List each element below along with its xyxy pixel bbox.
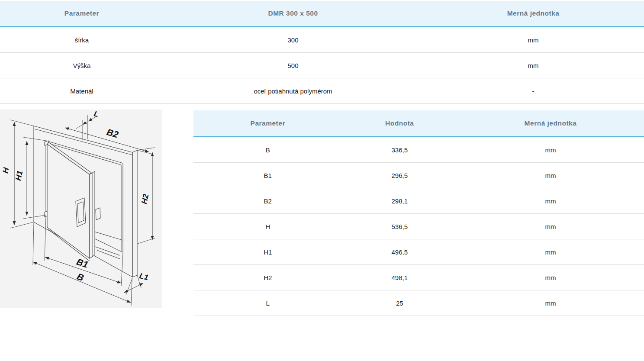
cell-unit: mm <box>457 188 644 213</box>
cell-unit: mm <box>422 53 644 78</box>
door-latch-shape <box>96 208 100 220</box>
dim-label-B1: B1 <box>75 257 90 270</box>
table-row: šírka 300 mm <box>0 27 644 53</box>
table-row: H2 498,1 mm <box>193 265 644 290</box>
cell-parameter: B <box>193 137 342 162</box>
cell-value: 500 <box>164 53 422 78</box>
cell-unit: mm <box>457 265 644 290</box>
table-row: B1 296,5 mm <box>193 163 644 188</box>
cell-parameter: B1 <box>193 163 342 188</box>
spec-header-model: DMR 300 x 500 <box>164 1 422 26</box>
dimensions-table: Parameter Hodnota Merná jednotka B 336,5… <box>193 110 644 316</box>
dims-header-value: Hodnota <box>342 110 457 136</box>
dim-label-H2: H2 <box>140 193 150 205</box>
cell-parameter: Materiál <box>0 78 164 103</box>
spec-header-unit: Merná jednotka <box>422 1 644 26</box>
product-spec-table: Parameter DMR 300 x 500 Merná jednotka š… <box>0 1 644 104</box>
cell-unit: mm <box>457 214 644 239</box>
dimension-diagram: H H1 B2 L H2 B1 B L1 <box>0 110 162 308</box>
access-door-isometric-drawing: H H1 B2 L H2 B1 B L1 <box>0 110 162 308</box>
cell-unit: - <box>422 78 644 103</box>
cell-unit: mm <box>457 163 644 188</box>
dim-label-H: H <box>1 166 10 174</box>
cell-value: 298,1 <box>342 188 457 213</box>
dim-label-L1: L1 <box>138 271 149 282</box>
cell-value: 336,5 <box>342 137 457 162</box>
table-row: B 336,5 mm <box>193 137 644 163</box>
cell-parameter: H <box>193 214 342 239</box>
dims-header-unit: Merná jednotka <box>457 110 644 136</box>
cell-parameter: L <box>193 290 342 316</box>
cell-parameter: H2 <box>193 265 342 290</box>
cell-value: oceľ potiahnutá polymérom <box>164 78 422 103</box>
table-row: Materiál oceľ potiahnutá polymérom - <box>0 78 644 104</box>
cell-unit: mm <box>457 239 644 264</box>
cell-unit: mm <box>457 137 644 162</box>
cell-unit: mm <box>457 290 644 316</box>
product-spec-page: { "colors": { "header_bg": "#e8f4fb", "h… <box>0 0 644 361</box>
table-row: Výška 500 mm <box>0 53 644 78</box>
cell-unit: mm <box>422 27 644 52</box>
dim-label-L: L <box>93 110 100 119</box>
cell-parameter: H1 <box>193 239 342 264</box>
dim-label-B2: B2 <box>106 127 119 140</box>
spec-table-header-row: Parameter DMR 300 x 500 Merná jednotka <box>0 1 644 27</box>
cell-value: 496,5 <box>342 239 457 264</box>
cell-value: 498,1 <box>342 265 457 290</box>
cell-value: 300 <box>164 27 422 52</box>
cell-value: 536,5 <box>342 214 457 239</box>
table-row: H 536,5 mm <box>193 214 644 239</box>
spec-header-parameter: Parameter <box>0 1 164 26</box>
dimensions-table-header-row: Parameter Hodnota Merná jednotka <box>193 110 644 137</box>
cell-value: 25 <box>342 290 457 316</box>
table-row: H1 496,5 mm <box>193 239 644 265</box>
cell-value: 296,5 <box>342 163 457 188</box>
cell-parameter: Výška <box>0 53 164 78</box>
cell-parameter: šírka <box>0 27 164 52</box>
cell-parameter: B2 <box>193 188 342 213</box>
dim-label-B: B <box>75 271 85 283</box>
dims-header-parameter: Parameter <box>193 110 342 136</box>
table-row: B2 298,1 mm <box>193 188 644 214</box>
dim-label-H1: H1 <box>14 170 24 181</box>
table-row: L 25 mm <box>193 290 644 316</box>
